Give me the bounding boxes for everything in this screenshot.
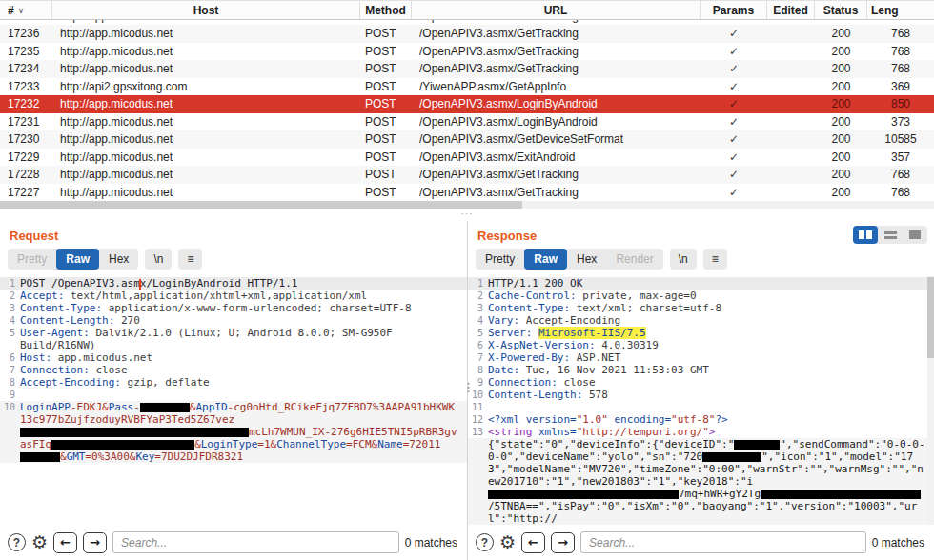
text-segment: ChannelType (276, 438, 346, 450)
message-editor-panels: ⋮ Request PrettyRawHex\n≡ 1POST /OpenAPI… (0, 221, 934, 560)
next-match-button[interactable]: → (551, 532, 575, 553)
previous-match-button[interactable]: ← (521, 532, 545, 553)
row-length: 768 (867, 25, 934, 43)
request-search-input[interactable] (112, 531, 399, 553)
row-url: /YiwenAPP.asmx/GetAppInfo (412, 78, 700, 96)
response-match-count: 0 matches (872, 536, 924, 550)
column-header-params[interactable]: Params (700, 1, 767, 19)
column-header-leng[interactable]: Leng (867, 1, 934, 19)
row-number: 17232 (0, 95, 52, 113)
horizontal-scrollbar[interactable] (0, 201, 934, 209)
next-match-button[interactable]: → (83, 532, 107, 553)
row-url: /OpenAPIV3.asmx/GetDeviceSetFormat (412, 130, 700, 149)
column-header-host[interactable]: Host (52, 1, 360, 19)
column-header-label: # (8, 4, 14, 17)
request-line: 7Connection: close (0, 364, 467, 376)
table-row[interactable]: 17233http://api2.gpsxitong.comPOST/Yiwen… (0, 78, 934, 96)
table-row[interactable]: 17229http://app.micodus.netPOST/OpenAPIV… (0, 149, 934, 167)
response-line: 10Content-Length: 578 (468, 389, 934, 401)
line-text (20, 389, 467, 401)
text-segment: AppID (195, 401, 227, 413)
column-header-status[interactable]: Status (815, 1, 867, 19)
row-url: /OpenAPIV3.asmx/GetTracking (412, 60, 700, 78)
row-number: 17227 (0, 184, 52, 202)
table-header: #∨HostMethodURLParamsEditedStatusLeng (0, 0, 934, 20)
line-number: 13 (468, 426, 488, 438)
row-host: http://app.micodus.net (52, 43, 360, 61)
table-row[interactable]: 17230http://app.micodus.netPOST/OpenAPIV… (0, 130, 934, 149)
text-segment: > (709, 426, 716, 438)
response-tab-raw[interactable]: Raw (524, 249, 567, 270)
horizontal-scrollbar-thumb[interactable] (0, 201, 522, 209)
text-segment: GMT (67, 450, 86, 463)
response-tab-render[interactable]: Render (606, 249, 662, 270)
text-segment: Microsoft-IIS/7.5 (538, 327, 646, 339)
request-tab-pretty[interactable]: Pretty (8, 249, 56, 270)
request-tab-hex[interactable]: Hex (99, 249, 138, 270)
request-tab-raw[interactable]: Raw (56, 249, 99, 270)
vertical-splitter-handle-icon[interactable]: ⋮ (462, 381, 475, 393)
request-panel-title: Request (10, 229, 467, 243)
line-text: User-Agent: Dalvik/2.1.0 (Linux; U; Andr… (20, 327, 467, 351)
row-edited (767, 113, 815, 131)
row-params-check: ✓ (700, 78, 767, 96)
help-icon[interactable]: ? (476, 533, 494, 551)
row-method: POST (360, 43, 412, 61)
line-number: 4 (468, 314, 488, 327)
line-text: LoginAPP-EDKJ&Pass-&AppID-cg0oHtd_RCikeF… (20, 401, 467, 463)
table-row[interactable]: 17234http://app.micodus.netPOST/OpenAPIV… (0, 60, 934, 78)
table-row[interactable]: 17231http://app.micodus.netPOST/OpenAPIV… (0, 113, 934, 131)
response-search-input[interactable] (580, 531, 866, 553)
request-editor[interactable]: 1POST /OpenAPIV3.asmx/LoginByAndroid HTT… (0, 276, 467, 525)
row-edited (767, 130, 815, 149)
redaction-block (702, 452, 761, 462)
request-linebreaks-toggle[interactable]: \n (145, 249, 172, 270)
previous-match-button[interactable]: ← (53, 532, 77, 553)
row-length: 768 (867, 43, 934, 61)
column-header-url[interactable]: URL (412, 1, 700, 19)
response-panel: Response PrettyRawHexRender\n≡ 1HTTP/1.1… (467, 221, 934, 560)
response-editor[interactable]: 1HTTP/1.1 200 OK2Cache-Control: private,… (468, 276, 934, 525)
text-segment: ?> (715, 413, 727, 426)
row-number: 17228 (0, 166, 52, 184)
table-row[interactable]: 17236http://app.micodus.netPOST/OpenAPIV… (0, 25, 934, 43)
gear-icon[interactable]: ⚙ (31, 533, 48, 551)
text-segment: Name (377, 438, 403, 450)
gear-icon[interactable]: ⚙ (499, 533, 516, 551)
row-url: /OpenAPIV3.asmx/GetTracking (412, 43, 700, 61)
line-text: X-Powered-By: ASP.NET (488, 351, 934, 364)
line-number: 5 (0, 327, 20, 351)
request-tab-group: PrettyRawHex (8, 249, 138, 270)
text-segment: ASP.NET (570, 351, 620, 364)
request-line: 10LoginAPP-EDKJ&Pass-&AppID-cg0oHtd_RCik… (0, 401, 467, 463)
layout-columns-button[interactable] (853, 226, 878, 244)
line-text: Connection: close (488, 376, 934, 389)
response-menu-button[interactable]: ≡ (703, 249, 727, 270)
row-number: 17229 (0, 149, 52, 167)
response-tab-pretty[interactable]: Pretty (476, 249, 524, 270)
panel-splitter-handle[interactable]: ··· (0, 209, 934, 221)
text-segment: version= (526, 413, 577, 426)
line-number: 5 (468, 327, 488, 339)
table-row[interactable]: 17232http://app.micodus.netPOST/OpenAPIV… (0, 95, 934, 113)
table-row[interactable]: 17228http://app.micodus.netPOST/OpenAPIV… (0, 166, 934, 184)
response-line: 11 (468, 401, 934, 413)
table-row[interactable]: 17227http://app.micodus.netPOST/OpenAPIV… (0, 184, 934, 202)
redaction-block (734, 440, 780, 450)
vertical-scrollbar[interactable] (927, 276, 934, 525)
vertical-scrollbar-thumb[interactable] (927, 277, 934, 358)
column-header-edited[interactable]: Edited (767, 1, 815, 19)
editor-layout-switcher (853, 226, 927, 244)
column-header-method[interactable]: Method (360, 1, 412, 19)
response-tab-hex[interactable]: Hex (567, 249, 606, 270)
layout-single-button[interactable] (903, 226, 927, 244)
help-icon[interactable]: ? (8, 533, 26, 551)
line-text: Host: app.micodus.net (20, 351, 467, 364)
column-header-num[interactable]: #∨ (0, 1, 52, 19)
text-segment: X-Powered-By: (488, 351, 570, 364)
request-menu-button[interactable]: ≡ (178, 249, 202, 270)
response-linebreaks-toggle[interactable]: \n (670, 249, 697, 270)
text-segment: Accept-Encoding (519, 314, 620, 327)
table-row[interactable]: 17235http://app.micodus.netPOST/OpenAPIV… (0, 43, 934, 61)
layout-stacked-button[interactable] (878, 226, 903, 244)
